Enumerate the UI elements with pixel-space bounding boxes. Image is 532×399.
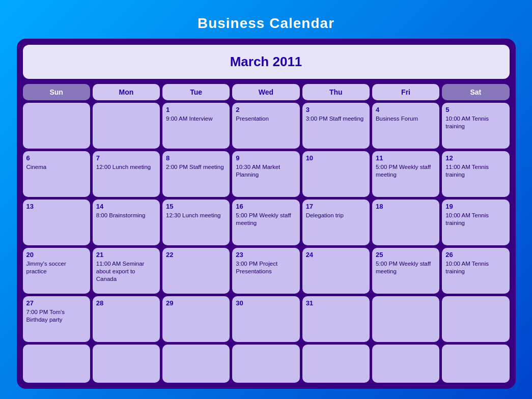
day-cell[interactable]: [23, 345, 90, 383]
day-cell[interactable]: 233:00 PM Project Presentations: [232, 248, 299, 294]
day-cell[interactable]: 13: [23, 200, 90, 245]
day-event: 8:00 Brainstorming: [96, 212, 156, 219]
day-cell[interactable]: 24: [302, 248, 370, 294]
day-number: 20: [26, 251, 87, 259]
calendar-grid: SunMonTueWedThuFriSat19:00 AM Interview2…: [23, 84, 510, 383]
day-number: 13: [26, 203, 87, 210]
day-event: 9:00 AM Interview: [166, 115, 226, 123]
day-cell[interactable]: [162, 345, 230, 383]
day-header-tue: Tue: [162, 84, 230, 100]
day-cell[interactable]: 2Presentation: [232, 103, 299, 149]
day-cell[interactable]: 2111:00 AM Seminar about export to Canad…: [93, 248, 160, 294]
day-event: 10:30 AM Market Planning: [236, 163, 296, 179]
day-number: 18: [376, 203, 436, 210]
day-event: 3:00 PM Staff meeting: [306, 115, 366, 123]
day-event: 12:30 Lunch meeting: [166, 212, 226, 219]
day-number: 26: [445, 251, 506, 259]
day-cell[interactable]: [372, 296, 439, 342]
day-number: 16: [236, 203, 296, 210]
day-cell[interactable]: 31: [302, 296, 370, 342]
day-number: 19: [445, 203, 506, 210]
day-number: 14: [96, 203, 156, 210]
day-number: 1: [166, 106, 226, 113]
day-number: 22: [166, 251, 226, 259]
calendar-container: March 2011 SunMonTueWedThuFriSat19:00 AM…: [17, 39, 516, 389]
day-cell[interactable]: [93, 103, 160, 149]
day-cell[interactable]: 4Business Forum: [372, 103, 439, 149]
day-header-sat: Sat: [442, 84, 509, 100]
day-cell[interactable]: 910:30 AM Market Planning: [232, 151, 299, 197]
day-cell[interactable]: 30: [232, 296, 299, 342]
day-number: 24: [306, 251, 366, 259]
month-header: March 2011: [23, 45, 510, 79]
day-header-wed: Wed: [232, 84, 299, 100]
day-number: 15: [166, 203, 226, 210]
day-cell[interactable]: 6Cinema: [23, 151, 90, 197]
day-cell[interactable]: 148:00 Brainstorming: [93, 200, 160, 245]
day-cell[interactable]: 33:00 PM Staff meeting: [302, 103, 370, 149]
day-cell[interactable]: 29: [162, 296, 230, 342]
day-event: 7:00 PM Tom's Birthday party: [26, 308, 87, 324]
day-cell[interactable]: [302, 345, 370, 383]
day-event: Delegation trip: [306, 212, 366, 219]
day-number: 27: [26, 299, 87, 307]
day-event: 11:00 AM Tennis training: [445, 163, 506, 179]
day-event: 2:00 PM Staff meeting: [166, 163, 226, 171]
day-event: 12:00 Lunch meeting: [96, 163, 156, 171]
day-number: 5: [445, 106, 506, 113]
day-cell[interactable]: 2610:00 AM Tennis training: [442, 248, 509, 294]
day-cell[interactable]: [372, 345, 439, 383]
day-event: 5:00 PM Weekly staff meeting: [376, 163, 436, 179]
day-event: Cinema: [26, 163, 87, 171]
day-event: 10:00 AM Tennis training: [445, 115, 506, 130]
day-header-sun: Sun: [23, 84, 90, 100]
day-event: 10:00 AM Tennis training: [445, 260, 506, 275]
day-cell[interactable]: 165:00 PM Weekly staff meeting: [232, 200, 299, 245]
day-event: Presentation: [236, 115, 296, 123]
day-cell[interactable]: [232, 345, 299, 383]
day-number: 9: [236, 154, 296, 162]
day-number: 23: [236, 251, 296, 259]
day-event: 5:00 PM Weekly staff meeting: [376, 260, 436, 275]
day-cell[interactable]: 1910:00 AM Tennis training: [442, 200, 509, 245]
day-cell[interactable]: 1211:00 AM Tennis training: [442, 151, 509, 197]
day-number: 29: [166, 299, 226, 307]
day-cell[interactable]: 712:00 Lunch meeting: [93, 151, 160, 197]
day-number: 25: [376, 251, 436, 259]
day-cell[interactable]: 28: [93, 296, 160, 342]
day-number: 8: [166, 154, 226, 162]
day-event: 10:00 AM Tennis training: [445, 212, 506, 227]
day-number: 21: [96, 251, 156, 259]
day-cell[interactable]: 22: [162, 248, 230, 294]
day-event: Business Forum: [376, 115, 436, 123]
day-cell[interactable]: 18: [372, 200, 439, 245]
day-number: 30: [236, 299, 296, 307]
day-event: 3:00 PM Project Presentations: [236, 260, 296, 275]
day-cell[interactable]: [23, 103, 90, 149]
day-cell[interactable]: [93, 345, 160, 383]
day-cell[interactable]: [442, 296, 509, 342]
day-cell[interactable]: 510:00 AM Tennis training: [442, 103, 509, 149]
day-header-fri: Fri: [372, 84, 439, 100]
day-cell[interactable]: 19:00 AM Interview: [162, 103, 230, 149]
day-cell[interactable]: 20Jimmy's soccer practice: [23, 248, 90, 294]
day-cell[interactable]: [442, 345, 509, 383]
day-cell[interactable]: 82:00 PM Staff meeting: [162, 151, 230, 197]
day-cell[interactable]: 17Delegation trip: [302, 200, 370, 245]
day-event: 5:00 PM Weekly staff meeting: [236, 212, 296, 227]
day-number: 31: [306, 299, 366, 307]
day-cell[interactable]: 277:00 PM Tom's Birthday party: [23, 296, 90, 342]
day-number: 4: [376, 106, 436, 113]
day-number: 7: [96, 154, 156, 162]
app-title: Business Calendar: [198, 10, 334, 39]
day-number: 12: [445, 154, 506, 162]
day-number: 11: [376, 154, 436, 162]
day-cell[interactable]: 10: [302, 151, 370, 197]
day-number: 28: [96, 299, 156, 307]
day-cell[interactable]: 255:00 PM Weekly staff meeting: [372, 248, 439, 294]
day-cell[interactable]: 115:00 PM Weekly staff meeting: [372, 151, 439, 197]
day-header-thu: Thu: [302, 84, 370, 100]
day-cell[interactable]: 1512:30 Lunch meeting: [162, 200, 230, 245]
day-header-mon: Mon: [93, 84, 160, 100]
day-event: Jimmy's soccer practice: [26, 260, 87, 275]
